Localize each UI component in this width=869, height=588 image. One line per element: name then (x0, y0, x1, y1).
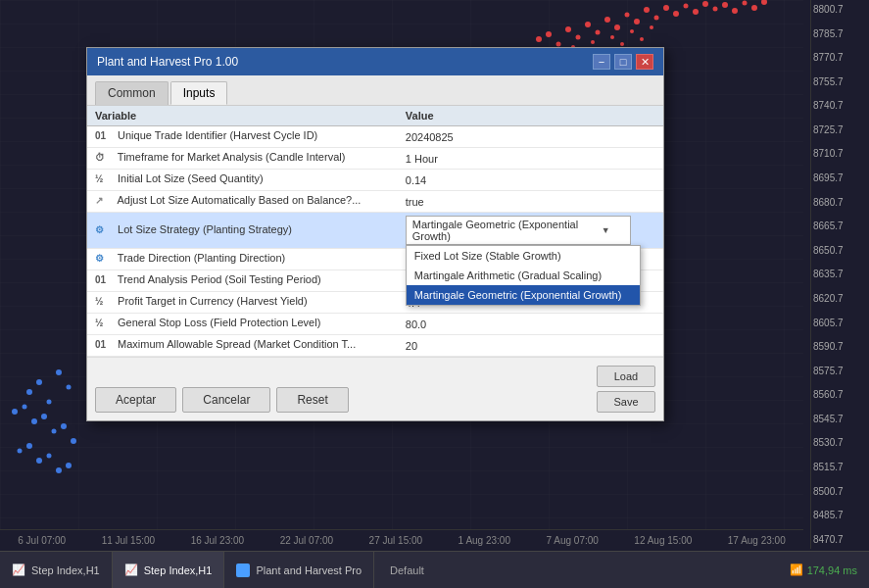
table-cell-value: 80.0 (398, 314, 663, 335)
load-button[interactable]: Load (597, 366, 655, 387)
table-cell-variable: ⚙ Trade Direction (Planting Direction) (87, 249, 398, 270)
table-cell-value: 20240825 (398, 126, 663, 148)
dialog-title: Plant and Harvest Pro 1.00 (97, 55, 238, 69)
row-icon: 01 (95, 274, 113, 288)
tab-common[interactable]: Common (95, 81, 169, 105)
table-row: ↗ Adjust Lot Size Automatically Based on… (87, 191, 663, 213)
table-cell-variable: ⏱ Timeframe for Market Analysis (Candle … (87, 148, 398, 170)
row-icon: ⚙ (95, 253, 113, 267)
dialog-overlay: Plant and Harvest Pro 1.00 − □ ✕ Common … (0, 0, 869, 588)
bottom-tab-step-index-h1[interactable]: 📈 Step Index,H1 (113, 552, 225, 589)
bottom-default: Default (374, 564, 440, 576)
table-cell-value: true (398, 191, 663, 213)
row-label: Lot Size Strategy (Planting Strategy) (118, 223, 292, 235)
row-label: Timeframe for Market Analysis (Candle In… (118, 151, 346, 163)
row-label: Maximum Allowable Spread (Market Conditi… (118, 338, 356, 350)
dropdown-option[interactable]: Martingale Arithmetic (Gradual Scaling) (407, 266, 640, 285)
row-label: Trade Direction (Planting Direction) (118, 252, 285, 264)
col-header-variable: Variable (87, 106, 398, 126)
col-header-value: Value (398, 106, 663, 126)
minimize-button[interactable]: − (593, 54, 610, 70)
table-row: 01 Unique Trade Identifier (Harvest Cycl… (87, 126, 663, 148)
table-cell-variable: ½ Profit Target in Currency (Harvest Yie… (87, 292, 398, 314)
table-row: ½ Initial Lot Size (Seed Quantity) 0.14 (87, 170, 663, 191)
dialog-content: Variable Value 01 Unique Trade Identifie… (87, 106, 663, 357)
table-cell-dropdown: Martingale Geometric (Exponential Growth… (398, 213, 663, 249)
maximize-button[interactable]: □ (614, 54, 632, 70)
params-table: Variable Value 01 Unique Trade Identifie… (87, 106, 663, 357)
table-cell-variable: ↗ Adjust Lot Size Automatically Based on… (87, 191, 398, 213)
tab-inputs[interactable]: Inputs (170, 81, 228, 105)
bottom-tab-plant-harvest[interactable]: Plant and Harvest Pro (224, 552, 374, 589)
action-buttons: Aceptar Cancelar Reset (95, 387, 349, 413)
dropdown-popup: Fixed Lot Size (Stable Growth) Martingal… (406, 245, 641, 306)
aceptar-button[interactable]: Aceptar (95, 387, 176, 413)
row-label: Adjust Lot Size Automatically Based on B… (117, 194, 361, 206)
reset-button[interactable]: Reset (276, 387, 348, 413)
row-label: Initial Lot Size (Seed Quantity) (118, 172, 264, 184)
table-cell-variable: ½ Initial Lot Size (Seed Quantity) (87, 170, 398, 191)
row-label: Unique Trade Identifier (Harvest Cycle I… (118, 129, 317, 141)
row-icon: 01 (95, 339, 113, 353)
dialog-tabs: Common Inputs (87, 75, 663, 106)
close-button[interactable]: ✕ (636, 54, 653, 70)
dialog-titlebar: Plant and Harvest Pro 1.00 − □ ✕ (87, 48, 663, 75)
table-cell-value: 1 Hour (398, 148, 663, 170)
table-cell-variable: ⚙ Lot Size Strategy (Planting Strategy) (87, 213, 398, 249)
table-row: ½ General Stop Loss (Field Protection Le… (87, 314, 663, 335)
signal-icon: 📶 (790, 564, 803, 576)
row-label: General Stop Loss (Field Protection Leve… (118, 317, 320, 328)
chart-icon: 📈 (12, 564, 25, 576)
save-button[interactable]: Save (597, 391, 655, 413)
dropdown-option[interactable]: Fixed Lot Size (Stable Growth) (407, 246, 640, 266)
row-icon: ½ (95, 318, 113, 331)
table-row: ⏱ Timeframe for Market Analysis (Candle … (87, 148, 663, 170)
row-icon: ½ (95, 173, 113, 187)
dialog-window: Plant and Harvest Pro 1.00 − □ ✕ Common … (86, 47, 664, 421)
table-cell-value: 0.14 (398, 170, 663, 191)
dropdown-container: Martingale Geometric (Exponential Growth… (406, 216, 631, 245)
bottom-tab-step-index[interactable]: 📈 Step Index,H1 (0, 552, 113, 589)
dropdown-arrow-icon: ▼ (602, 225, 610, 235)
tab-label: Plant and Harvest Pro (256, 564, 362, 576)
row-label: Profit Target in Currency (Harvest Yield… (118, 295, 308, 307)
tab-label: Step Index,H1 (31, 564, 100, 576)
side-buttons: Load Save (597, 366, 655, 413)
table-cell-variable: 01 Trend Analysis Period (Soil Testing P… (87, 270, 398, 292)
dialog-bottom: Aceptar Cancelar Reset Load Save (87, 357, 663, 420)
titlebar-buttons: − □ ✕ (593, 54, 653, 70)
row-icon: ½ (95, 296, 113, 310)
table-cell-variable: 01 Maximum Allowable Spread (Market Cond… (87, 335, 398, 357)
table-row: 01 Maximum Allowable Spread (Market Cond… (87, 335, 663, 357)
bottom-bar: 📈 Step Index,H1 📈 Step Index,H1 Plant an… (0, 551, 869, 588)
table-cell-variable: 01 Unique Trade Identifier (Harvest Cycl… (87, 126, 398, 148)
status-value: 174,94 ms (807, 564, 857, 576)
tab-label: Step Index,H1 (144, 564, 213, 576)
bottom-status: 📶 174,94 ms (790, 564, 869, 576)
table-row-selected: ⚙ Lot Size Strategy (Planting Strategy) … (87, 213, 663, 249)
table-cell-value: 20 (398, 335, 663, 357)
row-icon: 01 (95, 130, 113, 144)
row-icon: ↗ (95, 195, 113, 209)
cancelar-button[interactable]: Cancelar (182, 387, 270, 413)
row-label: Trend Analysis Period (Soil Testing Peri… (118, 273, 321, 285)
dropdown-selected[interactable]: Martingale Geometric (Exponential Growth… (406, 216, 631, 245)
dropdown-current-value: Martingale Geometric (Exponential Growth… (412, 219, 598, 242)
row-icon: ⚙ (95, 224, 113, 238)
row-icon: ⏱ (95, 152, 113, 166)
table-cell-variable: ½ General Stop Loss (Field Protection Le… (87, 314, 398, 335)
chart-icon: 📈 (124, 564, 138, 576)
plant-icon (236, 564, 250, 577)
dropdown-option-selected[interactable]: Martingale Geometric (Exponential Growth… (407, 285, 640, 305)
